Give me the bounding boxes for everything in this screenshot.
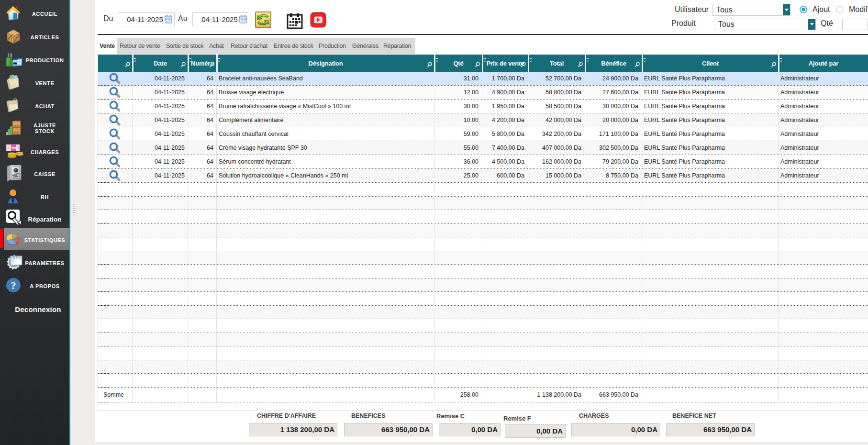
svg-text:500: 500 xyxy=(11,146,17,150)
svg-text:?: ? xyxy=(11,279,16,291)
